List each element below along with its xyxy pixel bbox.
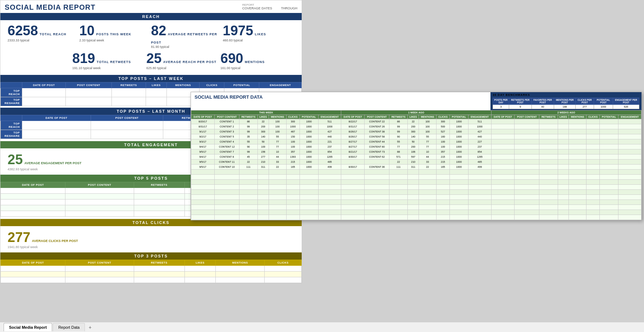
total-reach-item: 6258 TOTAL REACH 2333.33 typical: [8, 23, 79, 42]
tw2-col-potential: POTENTIAL: [600, 115, 618, 119]
one-week-ago-header: 1 WEEK AGO: [341, 111, 491, 115]
this-week-header: THIS WEEK: [191, 111, 341, 115]
data-row: [191, 180, 641, 185]
col-date-month: DATE OF POST: [22, 115, 91, 121]
top-posts-week-header: TOP POSTS – LAST WEEK: [0, 75, 302, 82]
col-content-top5: POST CONTENT: [65, 182, 134, 188]
ow-col-retweets: RETWEETS: [389, 115, 408, 119]
ow-col-likes: LIKES: [408, 115, 419, 119]
data-row: 9/5/17CONTENT 11222103321510004852221033…: [191, 160, 641, 165]
tab-bar: Social Media Report Report Data +: [0, 322, 644, 332]
tw-col-clicks: CLICKS: [286, 115, 300, 119]
clicks-typical: 1941.80 typical week: [8, 245, 294, 249]
report-meta: REPORT COVERAGE DATES THROUGH: [242, 3, 297, 10]
col-clicks-week: CLICKS: [200, 82, 224, 88]
data-row: [191, 205, 641, 210]
clicks-section: 277 AVERAGE CLICKS PER POST 1941.80 typi…: [0, 226, 302, 252]
bm-val-4: 277: [576, 105, 594, 109]
tw2-col-content: POST CONTENT: [515, 115, 539, 119]
bm-val-2: 40: [531, 105, 554, 109]
top3-table: DATE OF POST POST CONTENT RETWEETS LIKES…: [0, 260, 302, 283]
data-row: [191, 215, 641, 220]
bm-val-0: 3: [493, 105, 509, 109]
month-top-reshare-label: TOP RESHARE: [1, 130, 22, 139]
benchmarks-panel: 30 DAY BENCHMARKS POSTS PER DAY RETWEETS…: [490, 92, 641, 110]
avg-engagement-value: 25: [8, 152, 23, 167]
col-content-week: POST CONTENT: [66, 82, 112, 88]
top3-row-1: [1, 266, 302, 272]
tw2-col-likes: LIKES: [558, 115, 569, 119]
tw2-col-clicks: CLICKS: [586, 115, 600, 119]
posts-this-week-item: 10 POSTS THIS WEEK 2.33 typical week: [79, 23, 151, 42]
bm-col-5: POTENTIAL POST: [594, 98, 613, 105]
avg-retweets-item: 82 AVERAGE RETWEETS PER POST 81.90 typic…: [151, 23, 223, 49]
avg-reach-label: AVERAGE REACH PER POST: [163, 60, 216, 64]
tab-report-data[interactable]: Report Data: [53, 323, 85, 331]
top-reshare-label: TOP RESHARE: [1, 97, 22, 106]
data-row: 9/3/17CONTENT 455507710010002218/27/17CO…: [191, 139, 641, 144]
col-mentions-week: MENTIONS: [167, 82, 200, 88]
ow-col-potential: POTENTIAL: [449, 115, 468, 119]
total-reach-value: 6258: [8, 23, 38, 38]
tw-col-mentions: MENTIONS: [269, 115, 286, 119]
avg-clicks-label: AVERAGE CLICKS PER POST: [32, 239, 78, 243]
total-retweets-item: 819 TOTAL RETWEETS 191.10 typical week: [72, 51, 146, 70]
data-row: [191, 190, 641, 195]
data-sheet: SOCIAL MEDIA REPORT DATA 30 DAY BENCHMAR…: [191, 92, 642, 220]
top3-row-3: [1, 277, 302, 283]
avg-engagement-label: AVERAGE ENGAGEMENT PER POST: [24, 161, 82, 165]
data-sheet-title: SOCIAL MEDIA REPORT DATA: [191, 92, 490, 101]
add-tab-button[interactable]: +: [86, 323, 94, 331]
tab-social-media-report[interactable]: Social Media Report: [4, 323, 52, 331]
tw-col-date: DATE OF POST: [191, 115, 215, 119]
ow-col-engagement: ENGAGEMENT: [468, 115, 491, 119]
data-row: 9/4/17CONTENT 845277441393100012658/30/1…: [191, 154, 641, 160]
bm-col-1: RETWEETS PER POST: [509, 98, 531, 105]
data-row: 8/31/17CONTENT 2992001001000100010008/31…: [191, 124, 641, 129]
col-content-month: POST CONTENT: [91, 115, 163, 121]
avg-retweets-value: 82: [151, 23, 166, 38]
posts-typical: 2.33 typical week: [79, 39, 151, 42]
col-retweets-week: RETWEETS: [112, 82, 146, 88]
tw2-col-date: DATE OF POST: [491, 115, 515, 119]
data-row: [191, 210, 641, 215]
tw2-col-retweets: RETWEETS: [539, 115, 558, 119]
col-content-top3: POST CONTENT: [65, 260, 134, 266]
data-row: [191, 195, 641, 200]
data-row: 9/5/17CONTENT 7991561035710008548/21/17C…: [191, 149, 641, 154]
total-retweets-value: 819: [72, 51, 95, 66]
bm-val-5: 1000: [594, 105, 613, 109]
coverage-label: COVERAGE DATES: [242, 6, 272, 10]
reach-section: 6258 TOTAL REACH 2333.33 typical 10 POST…: [0, 20, 302, 75]
col-date-week: DATE OF POST: [22, 82, 66, 88]
total-reach-typical: 2333.33 typical: [8, 39, 79, 42]
col-mentions-top3: MENTIONS: [216, 260, 265, 266]
mentions-item: 690 MENTIONS 161.00 typical: [220, 51, 294, 70]
report-title: SOCIAL MEDIA REPORT: [5, 3, 235, 12]
bm-col-6: ENGAGEMENT PER POST: [613, 98, 639, 105]
tw-col-likes: LIKES: [257, 115, 269, 119]
benchmarks-title: 30 DAY BENCHMARKS: [493, 93, 639, 97]
avg-clicks-value: 277: [8, 230, 30, 245]
ow-col-content: POST CONTENT: [365, 115, 389, 119]
bm-val-3: 188: [554, 105, 575, 109]
col-clicks-top3: CLICKS: [264, 260, 301, 266]
total-retweets-typical: 191.10 typical week: [72, 66, 146, 70]
report-header: SOCIAL MEDIA REPORT REPORT COVERAGE DATE…: [0, 0, 302, 13]
data-row: [191, 200, 641, 205]
bm-val-6: 626: [613, 105, 639, 109]
mentions-typical: 161.00 typical: [220, 66, 294, 70]
bm-col-3: MENTIONS PER POST: [554, 98, 575, 105]
tw2-col-engagement: ENGAGEMENT: [618, 115, 641, 119]
coverage-dates: COVERAGE DATES THROUGH: [242, 6, 297, 10]
col-likes-week: LIKES: [146, 82, 166, 88]
tw2-col-mentions: MENTIONS: [569, 115, 586, 119]
data-row: 9/5/17CONTENT 101113112216510004998/30/1…: [191, 165, 641, 170]
tw-col-retweets: RETWEETS: [239, 115, 257, 119]
tw-col-content: POST CONTENT: [214, 115, 239, 119]
likes-typical: 460.83 typical: [223, 39, 295, 42]
bm-col-4: CLICKS PER POST: [576, 98, 594, 105]
ow-col-date: DATE OF POST: [341, 115, 365, 119]
report-label: REPORT: [242, 3, 297, 6]
col-engagement-week: ENGAGEMENT: [259, 82, 302, 88]
